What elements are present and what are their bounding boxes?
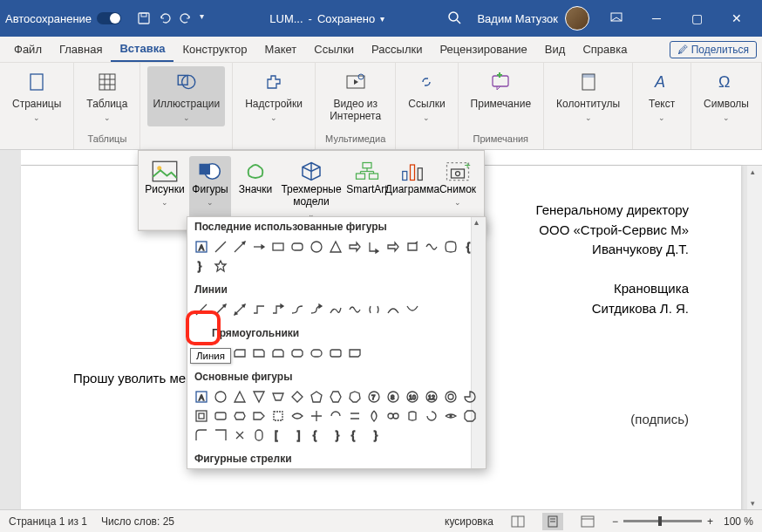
headers-button[interactable]: Колонтитулы⌄ [551, 66, 625, 126]
shape-item[interactable] [212, 238, 229, 256]
save-icon[interactable] [137, 11, 151, 25]
shape-item[interactable] [442, 407, 459, 425]
tab-review[interactable]: Рецензирование [431, 37, 535, 62]
shape-item[interactable]: 8 [384, 388, 402, 406]
shape-item[interactable]: } [327, 426, 344, 444]
vertical-scrollbar[interactable] [747, 166, 762, 509]
smartart-button[interactable]: SmartArt [346, 156, 388, 222]
search-icon[interactable] [447, 10, 461, 27]
close-button[interactable]: ✕ [717, 5, 757, 31]
pages-button[interactable]: Страницы⌄ [7, 66, 66, 126]
table-button[interactable]: Таблица⌄ [81, 66, 133, 126]
tab-file[interactable]: Файл [5, 37, 51, 62]
shape-item[interactable] [404, 238, 421, 256]
shape-item[interactable]: [ [269, 426, 287, 444]
minimize-button[interactable]: ─ [636, 5, 677, 31]
tab-help[interactable]: Справка [574, 37, 636, 62]
shape-item[interactable] [346, 388, 364, 406]
illustrations-button[interactable]: Иллюстрации⌄ [147, 66, 225, 126]
shape-item[interactable] [308, 238, 325, 256]
shape-item[interactable]: { [346, 426, 364, 444]
tab-insert[interactable]: Вставка [111, 37, 173, 62]
qat-more-icon[interactable]: ▾ [200, 11, 214, 25]
screenshot-button[interactable]: +Снимок⌄ [437, 156, 479, 222]
tab-mailings[interactable]: Рассылки [363, 37, 431, 62]
zoom-control[interactable]: − + 100 % [612, 515, 753, 528]
shape-item[interactable]: A [193, 388, 210, 406]
shape-item[interactable] [423, 407, 440, 425]
shape-item[interactable]: 10 [404, 388, 421, 406]
view-print-icon[interactable] [542, 513, 563, 530]
shape-item[interactable] [346, 301, 364, 318]
chart-button[interactable]: Диаграмма [391, 156, 433, 222]
shape-item[interactable]: } [193, 257, 210, 275]
shape-item[interactable] [231, 388, 248, 406]
shape-item[interactable] [442, 238, 459, 256]
shape-item[interactable] [250, 388, 268, 406]
shape-item[interactable] [327, 388, 344, 406]
symbols-button[interactable]: ΩСимволы⌄ [698, 66, 754, 126]
shape-item[interactable] [327, 238, 344, 256]
shape-item[interactable] [250, 238, 268, 256]
shape-item[interactable] [327, 301, 344, 318]
shape-item[interactable] [193, 301, 210, 318]
shape-item[interactable] [212, 407, 229, 425]
shape-item[interactable] [269, 301, 287, 318]
text-button[interactable]: AТекст⌄ [640, 66, 684, 126]
shape-item[interactable] [269, 407, 287, 425]
shape-item[interactable] [346, 344, 364, 362]
shape-item[interactable] [327, 344, 344, 362]
icons-button[interactable]: Значки [235, 156, 276, 222]
zoom-in-icon[interactable]: + [707, 515, 713, 528]
tab-design[interactable]: Конструктор [173, 37, 255, 62]
undo-icon[interactable] [158, 11, 172, 25]
shape-item[interactable] [289, 407, 306, 425]
shape-item[interactable] [365, 238, 383, 256]
shape-item[interactable] [269, 238, 287, 256]
tab-references[interactable]: Ссылки [305, 37, 363, 62]
comment-button[interactable]: Примечание [466, 66, 536, 113]
shape-item[interactable] [404, 407, 421, 425]
shape-item[interactable] [442, 388, 459, 406]
shape-item[interactable] [308, 344, 325, 362]
shape-item[interactable] [269, 344, 287, 362]
view-web-icon[interactable] [577, 513, 598, 530]
shape-item[interactable] [231, 301, 248, 318]
shapes-button[interactable]: Фигуры⌄ [189, 156, 231, 222]
shape-item[interactable] [384, 301, 402, 318]
shape-item[interactable] [193, 426, 210, 444]
zoom-value[interactable]: 100 % [724, 515, 753, 528]
shape-item[interactable] [461, 407, 479, 425]
shape-item[interactable] [308, 301, 325, 318]
shape-item[interactable]: 12 [423, 388, 440, 406]
shape-item[interactable]: } [365, 426, 383, 444]
shape-item[interactable] [289, 238, 306, 256]
shape-item[interactable] [308, 407, 325, 425]
shape-item[interactable] [346, 238, 364, 256]
view-read-icon[interactable] [507, 513, 528, 530]
ribbon-options-icon[interactable] [596, 5, 636, 31]
shape-item[interactable] [250, 344, 268, 362]
shape-item[interactable] [404, 301, 421, 318]
shape-item[interactable] [231, 238, 248, 256]
autosave-toggle[interactable]: Автосохранение [5, 12, 121, 25]
user-account[interactable]: Вадим Матузок [477, 6, 589, 31]
shape-item[interactable] [327, 407, 344, 425]
tab-layout[interactable]: Макет [256, 37, 306, 62]
zoom-out-icon[interactable]: − [612, 515, 618, 528]
shape-item[interactable] [212, 257, 229, 275]
maximize-button[interactable]: ▢ [677, 5, 717, 31]
shape-item[interactable]: ] [289, 426, 306, 444]
shape-item[interactable] [212, 388, 229, 406]
shape-item[interactable] [250, 426, 268, 444]
zoom-slider[interactable] [623, 520, 702, 522]
shape-item[interactable]: 7 [365, 388, 383, 406]
share-button[interactable]: 🖉Поделиться [670, 41, 757, 58]
tab-home[interactable]: Главная [51, 37, 111, 62]
shape-item[interactable]: { [308, 426, 325, 444]
shape-item[interactable] [289, 344, 306, 362]
links-button[interactable]: Ссылки⌄ [403, 66, 450, 126]
shape-item[interactable] [231, 344, 248, 362]
shape-item[interactable] [212, 301, 229, 318]
shape-item[interactable] [269, 388, 287, 406]
